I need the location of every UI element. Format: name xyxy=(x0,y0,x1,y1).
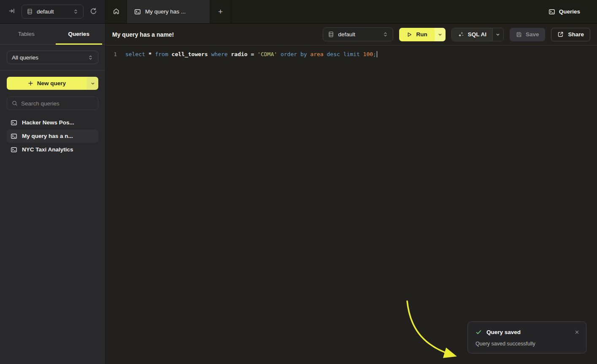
database-icon xyxy=(27,8,33,15)
code-token: desc xyxy=(327,51,343,57)
chevron-updown-icon xyxy=(88,55,93,60)
sparkles-icon xyxy=(458,31,464,38)
save-button[interactable]: Save xyxy=(510,28,546,41)
editor-header: My query has a name! default xyxy=(105,24,597,46)
sql-editor-surface[interactable]: 1 select * from cell_towers where radio … xyxy=(105,46,597,364)
code-content: select * from cell_towers where radio = … xyxy=(125,49,376,59)
home-button[interactable] xyxy=(105,0,127,23)
query-list: Hacker News Pos... My query has a n... N… xyxy=(7,116,98,156)
code-token: where xyxy=(211,51,231,57)
tab-label: My query has ... xyxy=(145,8,186,15)
close-icon xyxy=(575,330,579,334)
tab-my-query[interactable]: My query has ... xyxy=(127,0,210,23)
sql-ai-label: SQL AI xyxy=(468,31,486,38)
refresh-icon xyxy=(90,8,97,16)
chevron-down-icon xyxy=(90,81,95,86)
topbar-database-selector[interactable]: default xyxy=(22,5,84,19)
annotation-arrow xyxy=(394,293,466,364)
queries-badge-label: Queries xyxy=(559,8,580,15)
database-icon xyxy=(328,31,334,38)
share-icon xyxy=(557,31,564,38)
query-terminal-icon xyxy=(11,119,17,126)
topbar-database-value: default xyxy=(37,8,69,15)
tab-strip: My query has ... + Queries xyxy=(105,0,597,23)
query-list-item[interactable]: Hacker News Pos... xyxy=(7,116,98,129)
save-icon xyxy=(516,32,522,38)
query-terminal-icon xyxy=(134,8,141,15)
check-icon xyxy=(475,329,482,335)
run-label: Run xyxy=(416,31,427,38)
topbar-left: default xyxy=(0,0,105,23)
page-title: My query has a name! xyxy=(112,31,174,38)
plus-icon xyxy=(28,81,33,86)
share-label: Share xyxy=(568,31,584,38)
query-terminal-icon xyxy=(11,133,17,140)
code-token: 100 xyxy=(363,51,373,57)
query-item-label: Hacker News Pos... xyxy=(22,119,74,126)
topbar: default My query has ... xyxy=(0,0,597,24)
search-icon xyxy=(12,100,18,106)
sql-ai-button[interactable]: SQL AI xyxy=(452,28,492,41)
collapse-sidebar-button[interactable] xyxy=(6,6,18,18)
share-button[interactable]: Share xyxy=(551,28,590,41)
code-token: cell_towers xyxy=(172,51,211,57)
code-token: from xyxy=(155,51,171,57)
sql-ai-split-button: SQL AI xyxy=(451,28,504,41)
query-terminal-icon xyxy=(548,8,555,15)
code-token: * xyxy=(149,51,155,57)
chevron-down-icon xyxy=(438,32,443,37)
line-number: 1 xyxy=(113,49,117,59)
sidebar: Tables Queries All queries New qu xyxy=(0,24,105,364)
code-line: 1 select * from cell_towers where radio … xyxy=(105,46,597,59)
collapse-sidebar-icon xyxy=(8,8,15,16)
run-split-button: Run xyxy=(399,28,445,41)
search-box xyxy=(7,97,98,110)
play-icon xyxy=(406,32,412,38)
toast-query-saved: Query saved Query saved successfully xyxy=(467,321,586,353)
new-query-button[interactable]: New query xyxy=(7,77,87,90)
code-token: radio xyxy=(231,51,251,57)
query-filter-value: All queries xyxy=(12,54,84,61)
text-cursor xyxy=(377,51,378,57)
query-item-label: NYC Taxi Analytics xyxy=(22,146,73,153)
new-query-dropdown-button[interactable] xyxy=(87,77,98,90)
code-token: by xyxy=(300,51,310,57)
sidebar-tab-queries[interactable]: Queries xyxy=(53,24,105,44)
code-token: ; xyxy=(373,51,376,57)
toast-title: Query saved xyxy=(486,329,521,335)
run-dropdown-button[interactable] xyxy=(435,28,446,41)
body: Tables Queries All queries New qu xyxy=(0,24,597,364)
toast-header: Query saved xyxy=(475,329,579,335)
code-token: 'CDMA' xyxy=(257,51,281,57)
chevron-down-icon xyxy=(495,32,500,37)
sidebar-tab-tables[interactable]: Tables xyxy=(0,24,53,44)
refresh-button[interactable] xyxy=(87,6,99,18)
toolbar-database-selector[interactable]: default xyxy=(323,27,393,41)
search-queries-input[interactable] xyxy=(21,100,93,107)
query-filter-select[interactable]: All queries xyxy=(7,51,98,64)
save-label: Save xyxy=(526,31,539,38)
new-query-label: New query xyxy=(37,80,66,86)
app-window: default My query has ... xyxy=(0,0,597,364)
toast-message: Query saved successfully xyxy=(475,341,579,347)
code-token: = xyxy=(251,51,257,57)
toolbar-database-value: default xyxy=(338,31,379,38)
code-token: select xyxy=(125,51,149,57)
query-list-item[interactable]: My query has a n... xyxy=(7,129,98,143)
sidebar-content: All queries New query xyxy=(0,45,105,156)
main-panel: My query has a name! default xyxy=(105,24,597,364)
sql-ai-dropdown-button[interactable] xyxy=(492,28,503,41)
queries-badge[interactable]: Queries xyxy=(548,0,597,23)
new-tab-button[interactable]: + xyxy=(210,0,231,23)
code-token: limit xyxy=(343,51,363,57)
sidebar-divider xyxy=(0,70,105,70)
code-token: area xyxy=(310,51,327,57)
query-item-label: My query has a n... xyxy=(22,133,73,139)
chevron-updown-icon xyxy=(383,32,388,37)
toast-close-button[interactable] xyxy=(575,330,579,334)
query-list-item[interactable]: NYC Taxi Analytics xyxy=(7,143,98,156)
chevron-updown-icon xyxy=(73,9,78,14)
home-icon xyxy=(113,8,120,16)
run-button[interactable]: Run xyxy=(399,28,434,41)
code-token: order xyxy=(281,51,300,57)
